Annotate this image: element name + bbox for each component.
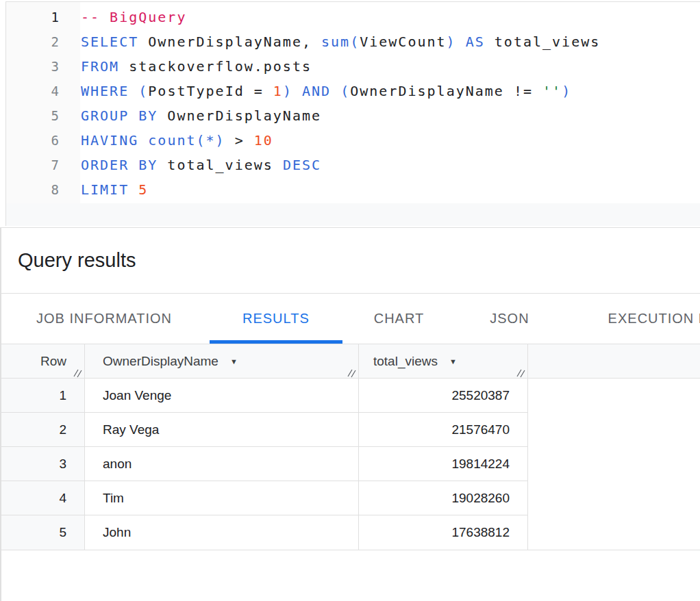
- code-token-keyword: ): [283, 83, 292, 99]
- table-row: 3anon19814224: [1, 447, 528, 481]
- table-cell: 21576470: [359, 413, 528, 446]
- line-number: 3: [6, 54, 59, 79]
- code-token-keyword: WHERE: [81, 83, 129, 99]
- column-header-Row: Row: [1, 344, 85, 378]
- chevron-down-icon[interactable]: ▼: [230, 357, 238, 366]
- query-results-panel: Query results JOB INFORMATIONRESULTSCHAR…: [0, 227, 700, 601]
- tab-json[interactable]: JSON: [455, 294, 563, 344]
- table-cell: 19814224: [359, 447, 528, 481]
- code-token-plain: total_views: [485, 34, 601, 50]
- table-row: 2Ray Vega21576470: [1, 413, 528, 447]
- table-cell: 19028260: [359, 481, 528, 515]
- line-number: 7: [6, 153, 59, 177]
- code-token-keyword: count(*): [148, 132, 225, 149]
- code-token-comment: -- BigQuery: [81, 9, 186, 25]
- column-header-label: total_views: [373, 354, 438, 369]
- query-results-header: Query results: [1, 228, 700, 294]
- line-number: 6: [6, 128, 59, 153]
- code-text: GROUP BY OwnerDisplayName: [59, 103, 321, 128]
- tab-chart[interactable]: CHART: [356, 294, 442, 344]
- code-text: HAVING count(*) > 10: [59, 128, 273, 153]
- column-header-empty: [528, 344, 700, 378]
- column-header-label: OwnerDisplayName: [103, 354, 218, 369]
- table-row: 5John17638812: [1, 515, 528, 550]
- code-token-number: 5: [138, 181, 148, 198]
- results-tabbar: JOB INFORMATIONRESULTSCHARTJSONEXECUTION…: [1, 294, 700, 344]
- code-token-keyword: ): [447, 34, 456, 50]
- code-token-plain: PostTypeId =: [148, 83, 273, 99]
- tab-execution-details[interactable]: EXECUTION DETAILS: [577, 294, 700, 344]
- code-token-plain: >: [225, 132, 254, 149]
- code-text: SELECT OwnerDisplayName, sum(ViewCount) …: [59, 29, 600, 54]
- code-line[interactable]: 6HAVING count(*) > 10: [6, 128, 700, 153]
- table-row: 4Tim19028260: [1, 481, 528, 515]
- code-text: WHERE (PostTypeId = 1) AND (OwnerDisplay…: [59, 79, 571, 103]
- code-token-plain: [129, 181, 138, 198]
- sql-editor[interactable]: 1-- BigQuery2SELECT OwnerDisplayName, su…: [5, 1, 700, 226]
- code-token-keyword: GROUP BY: [81, 107, 158, 124]
- column-header-label: Row: [40, 354, 66, 369]
- editor-lines: 1-- BigQuery2SELECT OwnerDisplayName, su…: [6, 2, 700, 202]
- results-table-body: 1Joan Venge255203872Ray Vega215764703ano…: [1, 379, 700, 550]
- table-cell: 1: [1, 379, 85, 412]
- code-token-plain: OwnerDisplayName,: [138, 34, 321, 50]
- code-line[interactable]: 5GROUP BY OwnerDisplayName: [6, 103, 700, 128]
- table-cell: Joan Venge: [85, 379, 359, 412]
- code-token-plain: OwnerDisplayName: [158, 107, 321, 124]
- table-cell: 5: [1, 515, 85, 550]
- code-token-plain: stackoverflow.posts: [119, 58, 312, 75]
- code-text: ORDER BY total_views DESC: [59, 153, 321, 177]
- line-number: 8: [6, 177, 59, 202]
- code-line[interactable]: 2SELECT OwnerDisplayName, sum(ViewCount)…: [6, 29, 700, 54]
- table-cell: 2: [1, 413, 85, 446]
- code-line[interactable]: 4WHERE (PostTypeId = 1) AND (OwnerDispla…: [6, 79, 700, 103]
- editor-empty-area: [6, 203, 700, 226]
- code-text: FROM stackoverflow.posts: [59, 54, 312, 79]
- column-resize-handle-icon[interactable]: [73, 366, 82, 376]
- table-cell: anon: [85, 447, 359, 481]
- table-cell: 4: [1, 481, 85, 515]
- code-token-keyword: AS: [466, 34, 485, 50]
- table-cell: 25520387: [359, 379, 528, 412]
- chevron-down-icon[interactable]: ▼: [449, 357, 457, 366]
- tab-job-information[interactable]: JOB INFORMATION: [19, 294, 189, 344]
- code-token-number: 1: [273, 83, 283, 99]
- table-cell: John: [85, 515, 359, 550]
- line-number: 5: [6, 103, 59, 128]
- code-token-keyword: AND: [302, 83, 331, 99]
- code-line[interactable]: 1-- BigQuery: [6, 5, 700, 29]
- table-row: 1Joan Venge25520387: [1, 379, 528, 413]
- results-table-bottom-border: [1, 550, 700, 550]
- table-cell: Tim: [85, 481, 359, 515]
- column-resize-handle-icon[interactable]: [347, 366, 356, 376]
- code-token-plain: [138, 132, 148, 149]
- code-line[interactable]: 8LIMIT 5: [6, 177, 700, 202]
- code-token-keyword: ): [562, 83, 571, 99]
- code-token-keyword: ORDER BY: [81, 157, 158, 173]
- code-line[interactable]: 3FROM stackoverflow.posts: [6, 54, 700, 79]
- line-number: 2: [6, 29, 59, 54]
- code-token-keyword: FROM: [81, 58, 119, 75]
- line-number: 4: [6, 79, 59, 103]
- code-token-number: 10: [254, 132, 273, 149]
- column-resize-handle-icon[interactable]: [516, 366, 525, 376]
- table-cell: 3: [1, 447, 85, 481]
- code-token-plain: [456, 34, 466, 50]
- code-token-keyword: sum(: [321, 34, 360, 50]
- table-cell: 17638812: [359, 515, 528, 550]
- line-number: 1: [6, 5, 59, 29]
- code-token-keyword: SELECT: [81, 34, 138, 50]
- code-token-plain: ViewCount: [360, 34, 446, 50]
- code-token-keyword: (: [340, 83, 350, 99]
- code-token-string: '': [542, 83, 562, 99]
- code-token-keyword: HAVING: [81, 132, 138, 149]
- code-token-keyword: (: [138, 83, 148, 99]
- results-table-header: RowOwnerDisplayName▼total_views▼: [1, 344, 700, 379]
- code-line[interactable]: 7ORDER BY total_views DESC: [6, 153, 700, 177]
- code-token-plain: total_views: [158, 157, 283, 173]
- tab-results[interactable]: RESULTS: [210, 294, 342, 344]
- code-text: -- BigQuery: [59, 5, 186, 29]
- code-token-plain: [129, 83, 138, 99]
- code-token-keyword: LIMIT: [81, 181, 129, 198]
- code-token-keyword: DESC: [283, 157, 321, 173]
